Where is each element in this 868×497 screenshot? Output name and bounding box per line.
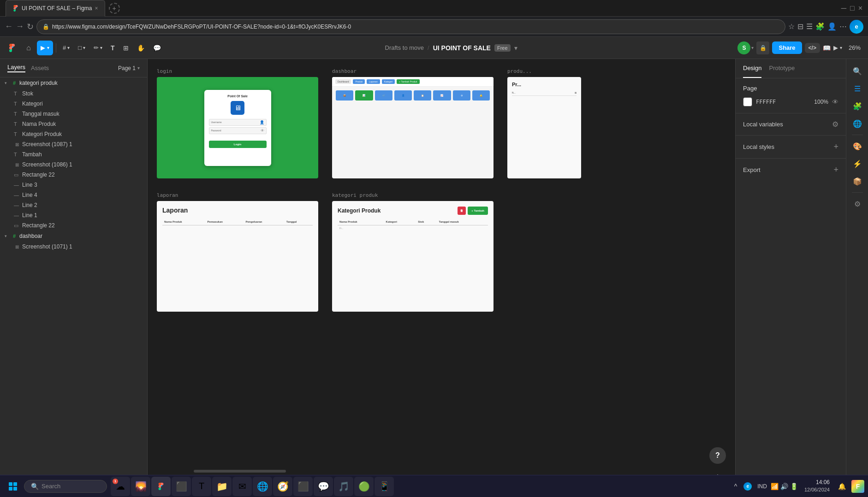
db-nav-item[interactable]: Kategori [382,79,395,84]
select-tool-btn[interactable]: ▶ ▾ [37,41,53,55]
layer-stok[interactable]: T Stok [0,89,147,99]
layers-panel-btn[interactable]: ☰ [849,80,866,97]
components-panel-btn[interactable]: 🧩 [849,98,866,114]
page-visibility-btn[interactable]: 👁 [832,98,838,106]
project-dropdown-btn[interactable]: ▾ [514,44,517,52]
edge-tray-icon[interactable]: e [742,480,754,492]
db-card[interactable]: ⚙ [453,90,470,101]
terminal-taskbar-btn[interactable]: ⬛ [293,477,313,496]
username-field[interactable]: Username 👤 [209,119,267,126]
shape-tool-btn[interactable]: □ ▾ [74,41,89,55]
more-btn[interactable]: ⋯ [839,22,847,31]
comment-tool-btn[interactable]: 💬 [149,41,165,55]
lock-icon-btn[interactable]: 🔒 [756,41,769,54]
login-button[interactable]: Login [209,141,267,148]
notification-btn[interactable]: 🔔 [836,481,848,492]
db-card[interactable]: 🔔 [472,90,490,101]
canvas-settings-button[interactable]: ⚙ [709,469,726,475]
edge-browser-taskbar-btn[interactable]: 🧭 [273,477,292,496]
address-bar-url[interactable]: https://www.figma.com/design/TceFQWZUNwD… [52,24,779,30]
local-styles-add-btn[interactable]: + [833,142,838,152]
db-nav-item[interactable]: Produk [353,79,365,84]
layer-line-2[interactable]: — Line 2 [0,200,147,210]
db-card[interactable]: 📊 [355,90,373,101]
extensions-btn[interactable]: 🧩 [815,22,825,31]
search-panel-btn[interactable]: 🔍 [849,63,866,79]
tiktok-taskbar-btn[interactable]: 🎵 [334,477,353,496]
back-btn[interactable]: ← [5,22,13,31]
edge-taskbar-btn[interactable]: ⬛ [172,477,191,496]
collections-btn[interactable]: ☰ [806,22,813,31]
db-card[interactable]: 🛒 [375,90,392,101]
avatar-dropdown-btn[interactable]: ▾ [751,45,754,50]
layer-screenshot-1071[interactable]: ⊠ Screenshot (1071) 1 [0,242,147,252]
tambah-btn[interactable]: + Tambah [468,207,488,215]
page-color-swatch[interactable] [743,97,752,106]
text-tool-btn[interactable]: T [107,41,119,55]
page-selector[interactable]: Page 1 ▾ [118,65,140,71]
profile-btn[interactable]: 👤 [827,22,837,31]
scrollbar-thumb[interactable] [194,470,286,473]
resources-panel-btn[interactable]: 🌐 [849,115,866,132]
db-card[interactable]: 📦 [336,90,353,101]
code-view-btn[interactable]: </> [805,43,820,53]
reader-btn[interactable]: ⊟ [797,22,803,31]
plugins-btn[interactable]: ⚡ [849,155,866,172]
widgets-taskbar-btn[interactable]: 🌄 [131,477,150,496]
layer-screenshot-1087[interactable]: ⊠ Screenshot (1087) 1 [0,139,147,149]
figma-menu-btn[interactable] [4,40,20,56]
discord-taskbar-btn[interactable]: 💬 [314,477,333,496]
export-add-btn[interactable]: + [833,165,838,175]
battery-btn[interactable]: 🔋 [790,483,798,490]
windows-start-btn[interactable] [4,477,22,496]
maximize-btn[interactable]: □ [850,4,855,12]
share-button[interactable]: Share [772,41,802,54]
login-design-frame[interactable]: Point Of Sale 🖥 Username 👤 Password [157,77,318,178]
password-field[interactable]: Password 👁 [209,127,267,134]
teams-taskbar-btn[interactable]: T [192,477,211,496]
kategori-design-frame[interactable]: Kategori Produk 🗑 + Tambah Nama Produk [332,201,493,312]
assets-tab[interactable]: Assets [31,65,49,71]
layer-kategori[interactable]: T Kategori [0,99,147,109]
time-date-display[interactable]: 14:06 12/06/2024 [802,478,832,494]
refresh-btn[interactable]: ↻ [27,22,34,32]
widgets-btn[interactable]: 📦 [849,173,866,189]
pen-tool-btn[interactable]: ✏ ▾ [90,41,106,55]
layer-rect-22-2[interactable]: ▭ Rectangle 22 [0,220,147,231]
minimize-btn[interactable]: ─ [841,4,846,12]
forward-btn[interactable]: → [16,22,24,31]
user-avatar[interactable]: S [737,41,750,54]
db-nav-item[interactable]: Dashboard [335,79,351,84]
components-btn[interactable]: ⊞ [119,41,132,55]
db-nav-item[interactable]: Laporan [367,79,380,84]
wifi-btn[interactable]: 📶 [771,483,779,490]
design-tab[interactable]: Design [743,59,761,78]
browser-taskbar-btn[interactable]: 🌐 [253,477,272,496]
frame-tool-btn[interactable]: # ▾ [59,41,73,55]
zoom-btn[interactable]: 26% [845,42,864,53]
layers-tab[interactable]: Layers [7,64,25,72]
free-icon[interactable]: F [851,480,864,493]
canvas-scrollbar[interactable] [148,469,735,473]
figma-community-btn[interactable]: 🎨 [849,138,866,154]
layer-line-1[interactable]: — Line 1 [0,210,147,220]
figma-taskbar-btn[interactable] [151,477,171,496]
volume-btn[interactable]: 🔊 [780,483,788,490]
home-btn[interactable]: ⌂ [21,41,36,55]
db-card[interactable]: 📋 [414,90,431,101]
taskbar-search-bar[interactable]: 🔍 Search [24,480,107,493]
hapus-btn[interactable]: 🗑 [458,207,466,215]
layer-kategori-produk[interactable]: T Kategori Produk [0,129,147,139]
db-card[interactable]: 👤 [394,90,412,101]
dashboard-design-frame[interactable]: Dashboard Produk Laporan Kategori + Tamb… [332,77,493,178]
help-button[interactable]: ? [709,447,726,464]
tab-close-btn[interactable]: × [95,5,98,12]
laporan-design-frame[interactable]: Laporan Nama Produk Pemasukan Pengeluara… [157,201,318,312]
new-tab-btn[interactable]: + [109,3,120,14]
prototype-tab[interactable]: Prototype [769,59,795,78]
hand-tool-btn[interactable]: ✋ [133,41,149,55]
local-variables-action-btn[interactable]: ⚙ [832,120,838,129]
layer-group-kategori-produk[interactable]: ▾ # kategori produk [0,77,147,89]
preview-btn[interactable]: 📖 [823,44,831,52]
whatsapp-taskbar-btn[interactable]: 📱 [375,477,394,496]
